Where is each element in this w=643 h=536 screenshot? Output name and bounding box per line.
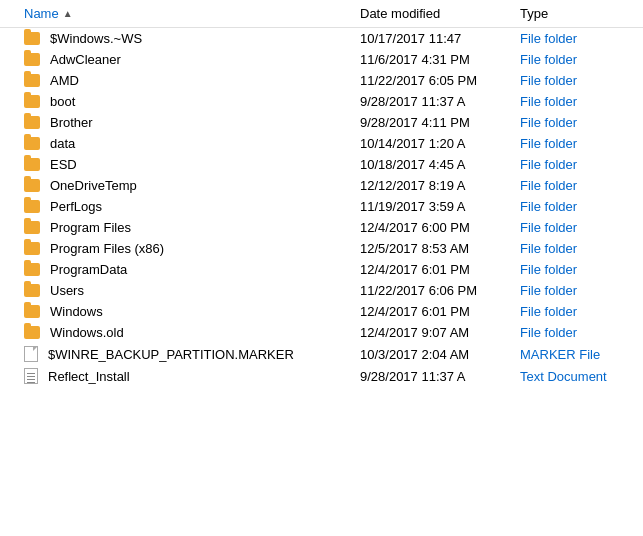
- file-name-cell: OneDriveTemp: [0, 178, 360, 193]
- folder-icon: [24, 158, 40, 171]
- file-type-cell: File folder: [520, 178, 640, 193]
- folder-icon: [24, 284, 40, 297]
- file-name-cell: Windows.old: [0, 325, 360, 340]
- folder-icon: [24, 95, 40, 108]
- file-date-cell: 12/12/2017 8:19 A: [360, 178, 520, 193]
- file-type-cell: MARKER File: [520, 347, 640, 362]
- file-date-cell: 12/5/2017 8:53 AM: [360, 241, 520, 256]
- file-date-cell: 12/4/2017 6:01 PM: [360, 262, 520, 277]
- file-name-label: ESD: [50, 157, 77, 172]
- table-row[interactable]: AMD11/22/2017 6:05 PMFile folder: [0, 70, 643, 91]
- file-name-cell: Reflect_Install: [0, 368, 360, 384]
- file-date-cell: 11/22/2017 6:06 PM: [360, 283, 520, 298]
- file-type-cell: File folder: [520, 304, 640, 319]
- file-type-cell: File folder: [520, 283, 640, 298]
- file-date-cell: 12/4/2017 9:07 AM: [360, 325, 520, 340]
- file-name-cell: $WINRE_BACKUP_PARTITION.MARKER: [0, 346, 360, 362]
- file-name-cell: data: [0, 136, 360, 151]
- file-name-cell: AdwCleaner: [0, 52, 360, 67]
- file-name-label: PerfLogs: [50, 199, 102, 214]
- file-type-cell: Text Document: [520, 369, 640, 384]
- file-type-cell: File folder: [520, 52, 640, 67]
- file-date-cell: 9/28/2017 11:37 A: [360, 94, 520, 109]
- file-date-cell: 11/22/2017 6:05 PM: [360, 73, 520, 88]
- table-row[interactable]: AdwCleaner11/6/2017 4:31 PMFile folder: [0, 49, 643, 70]
- table-row[interactable]: Brother9/28/2017 4:11 PMFile folder: [0, 112, 643, 133]
- col-header-type[interactable]: Type: [520, 6, 640, 21]
- file-name-label: $WINRE_BACKUP_PARTITION.MARKER: [48, 347, 294, 362]
- file-name-cell: $Windows.~WS: [0, 31, 360, 46]
- file-type-cell: File folder: [520, 136, 640, 151]
- file-name-label: Program Files (x86): [50, 241, 164, 256]
- sort-arrow-icon: ▲: [63, 8, 73, 19]
- file-type-cell: File folder: [520, 73, 640, 88]
- file-date-cell: 11/6/2017 4:31 PM: [360, 52, 520, 67]
- file-name-cell: boot: [0, 94, 360, 109]
- table-row[interactable]: Windows.old12/4/2017 9:07 AMFile folder: [0, 322, 643, 343]
- table-row[interactable]: PerfLogs11/19/2017 3:59 AFile folder: [0, 196, 643, 217]
- table-row[interactable]: $WINRE_BACKUP_PARTITION.MARKER10/3/2017 …: [0, 343, 643, 365]
- table-row[interactable]: Program Files (x86)12/5/2017 8:53 AMFile…: [0, 238, 643, 259]
- folder-icon: [24, 305, 40, 318]
- file-icon-lines: [24, 368, 38, 384]
- file-name-label: Brother: [50, 115, 93, 130]
- file-date-cell: 9/28/2017 11:37 A: [360, 369, 520, 384]
- table-row[interactable]: Users11/22/2017 6:06 PMFile folder: [0, 280, 643, 301]
- folder-icon: [24, 200, 40, 213]
- file-date-cell: 10/18/2017 4:45 A: [360, 157, 520, 172]
- file-type-cell: File folder: [520, 199, 640, 214]
- file-date-cell: 12/4/2017 6:01 PM: [360, 304, 520, 319]
- col-header-name[interactable]: Name ▲: [0, 6, 360, 21]
- file-icon-blank: [24, 346, 38, 362]
- file-date-cell: 10/14/2017 1:20 A: [360, 136, 520, 151]
- file-list[interactable]: Name ▲ Date modified Type $Windows.~WS10…: [0, 0, 643, 536]
- file-name-cell: PerfLogs: [0, 199, 360, 214]
- folder-icon: [24, 74, 40, 87]
- table-row[interactable]: Windows12/4/2017 6:01 PMFile folder: [0, 301, 643, 322]
- folder-icon: [24, 137, 40, 150]
- table-row[interactable]: OneDriveTemp12/12/2017 8:19 AFile folder: [0, 175, 643, 196]
- table-row[interactable]: $Windows.~WS10/17/2017 11:47File folder: [0, 28, 643, 49]
- table-row[interactable]: Reflect_Install9/28/2017 11:37 AText Doc…: [0, 365, 643, 387]
- file-type-cell: File folder: [520, 241, 640, 256]
- folder-icon: [24, 32, 40, 45]
- file-type-cell: File folder: [520, 325, 640, 340]
- folder-icon: [24, 116, 40, 129]
- file-date-cell: 11/19/2017 3:59 A: [360, 199, 520, 214]
- file-type-cell: File folder: [520, 115, 640, 130]
- col-header-date[interactable]: Date modified: [360, 6, 520, 21]
- file-date-cell: 10/17/2017 11:47: [360, 31, 520, 46]
- column-headers: Name ▲ Date modified Type: [0, 0, 643, 28]
- folder-icon: [24, 242, 40, 255]
- file-type-cell: File folder: [520, 94, 640, 109]
- file-name-label: Program Files: [50, 220, 131, 235]
- file-name-cell: Program Files: [0, 220, 360, 235]
- file-name-label: data: [50, 136, 75, 151]
- file-type-cell: File folder: [520, 262, 640, 277]
- file-type-cell: File folder: [520, 31, 640, 46]
- file-name-label: AdwCleaner: [50, 52, 121, 67]
- file-name-cell: ESD: [0, 157, 360, 172]
- file-name-cell: Brother: [0, 115, 360, 130]
- file-type-cell: File folder: [520, 220, 640, 235]
- name-label: Name: [24, 6, 59, 21]
- file-date-cell: 10/3/2017 2:04 AM: [360, 347, 520, 362]
- table-row[interactable]: data10/14/2017 1:20 AFile folder: [0, 133, 643, 154]
- file-name-label: Users: [50, 283, 84, 298]
- table-row[interactable]: boot9/28/2017 11:37 AFile folder: [0, 91, 643, 112]
- file-name-cell: Users: [0, 283, 360, 298]
- file-rows-container: $Windows.~WS10/17/2017 11:47File folderA…: [0, 28, 643, 387]
- folder-icon: [24, 326, 40, 339]
- file-name-label: Reflect_Install: [48, 369, 130, 384]
- file-date-cell: 9/28/2017 4:11 PM: [360, 115, 520, 130]
- file-name-label: ProgramData: [50, 262, 127, 277]
- file-name-cell: Program Files (x86): [0, 241, 360, 256]
- file-name-label: $Windows.~WS: [50, 31, 142, 46]
- folder-icon: [24, 179, 40, 192]
- folder-icon: [24, 221, 40, 234]
- table-row[interactable]: ProgramData12/4/2017 6:01 PMFile folder: [0, 259, 643, 280]
- folder-icon: [24, 53, 40, 66]
- table-row[interactable]: ESD10/18/2017 4:45 AFile folder: [0, 154, 643, 175]
- file-name-label: Windows: [50, 304, 103, 319]
- table-row[interactable]: Program Files12/4/2017 6:00 PMFile folde…: [0, 217, 643, 238]
